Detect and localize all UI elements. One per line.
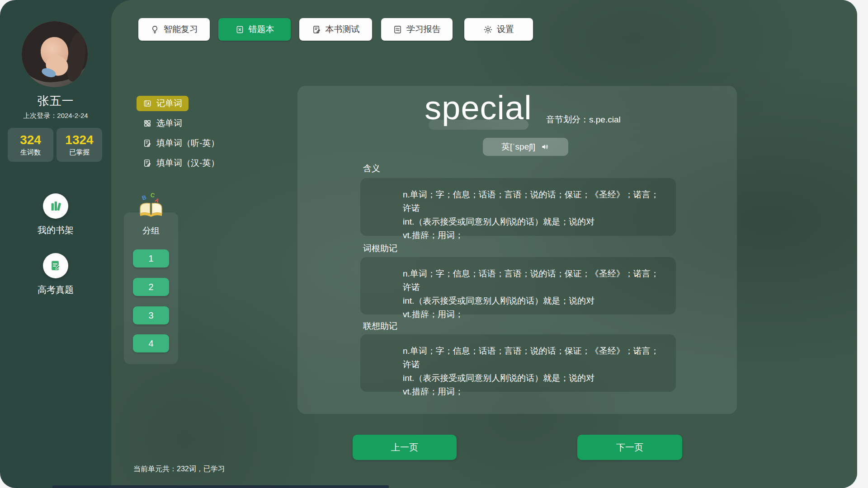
association-mnemonic-line: vt.措辞；用词； [403, 385, 667, 399]
section-box-association-mnemonic: n.单词；字；信息；话语；言语；说的话；保证；《圣经》；诺言；许诺 int.（表… [360, 334, 676, 392]
root-mnemonic-line: int.（表示接受或同意别人刚说的话）就是；说的对 [403, 294, 667, 308]
lightbulb-icon [150, 25, 160, 34]
section-title-association-mnemonic: 联想助记 [363, 320, 397, 332]
stat-new-words-label: 生词数 [20, 148, 41, 157]
book-test-icon [312, 25, 321, 34]
stat-mastered: 1324 已掌握 [57, 128, 102, 162]
pronunciation-text: 英[ˈspeʃl] [501, 141, 535, 153]
meaning-line: int.（表示接受或同意别人刚说的话）就是；说的对 [403, 215, 667, 229]
tab-study-report-label: 学习报告 [406, 23, 441, 35]
word-card-icon [143, 99, 152, 108]
exam-paper-icon-circle [43, 253, 68, 278]
tab-settings[interactable]: 设置 [464, 18, 533, 41]
group-button-3[interactable]: 3 [133, 306, 169, 324]
group-button-2[interactable]: 2 [133, 278, 169, 296]
nav-memorize-words-label: 记单词 [156, 98, 182, 109]
root-mnemonic-line: vt.措辞；用词； [403, 308, 667, 321]
sidebar: 张五一 上次登录：2024-2-24 324 生词数 1324 已掌握 我的书架 [0, 0, 111, 488]
pronunciation-button[interactable]: 英[ˈspeʃl] [483, 138, 568, 156]
bookshelf-label: 我的书架 [0, 224, 111, 236]
group-button-1[interactable]: 1 [133, 249, 169, 267]
bookshelf-icon [49, 199, 62, 213]
section-title-meaning: 含义 [363, 163, 380, 174]
svg-text:B: B [141, 194, 147, 202]
sidebar-item-exam-papers[interactable]: 高考真题 [0, 253, 111, 296]
main-area: 智能复习 错题本 本书测试 学习报告 [111, 0, 857, 488]
nav-item-choose-words[interactable]: 选单词 [137, 116, 189, 131]
nav-item-fill-words-listen-en[interactable]: 填单词（听-英） [137, 136, 226, 151]
group-button-4[interactable]: 4 [133, 334, 169, 352]
nav-fill-words-listen-en-label: 填单词（听-英） [156, 137, 219, 149]
user-name: 张五一 [0, 93, 111, 109]
window-bottom-edge [52, 485, 389, 488]
group-title: 分组 [124, 225, 178, 237]
word-card: special 音节划分：s.pe.cial 英[ˈspeʃl] 含义 n.单词… [297, 86, 737, 414]
root-mnemonic-line: n.单词；字；信息；话语；言语；说的话；保证；《圣经》；诺言；许诺 [403, 267, 667, 294]
unit-progress-note: 当前单元共：232词，已学习 [133, 465, 225, 474]
section-box-meaning: n.单词；字；信息；话语；言语；说的话；保证；《圣经》；诺言；许诺 int.（表… [360, 178, 676, 236]
tab-study-report[interactable]: 学习报告 [381, 18, 453, 41]
meaning-line: n.单词；字；信息；话语；言语；说的话；保证；《圣经》；诺言；许诺 [403, 188, 667, 215]
last-login: 上次登录：2024-2-24 [0, 112, 111, 120]
stats-row: 324 生词数 1324 已掌握 [8, 128, 102, 162]
section-box-root-mnemonic: n.单词；字；信息；话语；言语；说的话；保证；《圣经》；诺言；许诺 int.（表… [360, 257, 676, 314]
stat-new-words-value: 324 [20, 133, 41, 147]
tab-settings-label: 设置 [497, 23, 514, 35]
bookshelf-icon-circle [43, 193, 68, 219]
wrong-book-icon [235, 25, 245, 34]
nav-fill-words-cn-en-label: 填单词（汉-英） [156, 157, 219, 169]
syllable-division: 音节划分：s.pe.cial [546, 114, 621, 126]
exam-paper-label: 高考真题 [0, 284, 111, 296]
open-book-icon: B C A [137, 191, 165, 220]
nav-choose-words-label: 选单词 [156, 117, 182, 129]
gear-icon [483, 25, 493, 34]
report-icon [393, 25, 402, 34]
prev-page-button[interactable]: 上一页 [353, 435, 457, 460]
sidebar-item-bookshelf[interactable]: 我的书架 [0, 193, 111, 236]
avatar[interactable] [22, 21, 88, 87]
tab-book-test-label: 本书测试 [326, 23, 360, 35]
doc-pencil-icon [143, 139, 152, 148]
doc-pencil-icon [143, 159, 152, 168]
tab-wrong-book-label: 错题本 [249, 23, 274, 35]
tab-wrong-book[interactable]: 错题本 [218, 18, 291, 41]
meaning-line: vt.措辞；用词； [403, 229, 667, 242]
section-title-root-mnemonic: 词根助记 [363, 243, 397, 254]
grid-check-icon [143, 119, 152, 128]
tab-smart-review-label: 智能复习 [164, 23, 198, 35]
next-page-button[interactable]: 下一页 [577, 435, 682, 460]
stat-mastered-label: 已掌握 [69, 148, 90, 157]
association-mnemonic-line: n.单词；字；信息；话语；言语；说的话；保证；《圣经》；诺言；许诺 [403, 344, 667, 371]
app-window: 张五一 上次登录：2024-2-24 324 生词数 1324 已掌握 我的书架 [0, 0, 857, 488]
stat-new-words: 324 生词数 [8, 128, 53, 162]
svg-text:C: C [150, 192, 156, 199]
tab-smart-review[interactable]: 智能复习 [138, 18, 210, 41]
stat-mastered-value: 1324 [65, 133, 93, 147]
nav-item-fill-words-cn-en[interactable]: 填单词（汉-英） [137, 155, 226, 171]
tab-book-test[interactable]: 本书测试 [299, 18, 372, 41]
association-mnemonic-line: int.（表示接受或同意别人刚说的话）就是；说的对 [403, 371, 667, 385]
speaker-icon [541, 142, 550, 151]
nav-item-memorize-words[interactable]: 记单词 [137, 96, 189, 111]
exam-paper-icon [49, 259, 62, 272]
